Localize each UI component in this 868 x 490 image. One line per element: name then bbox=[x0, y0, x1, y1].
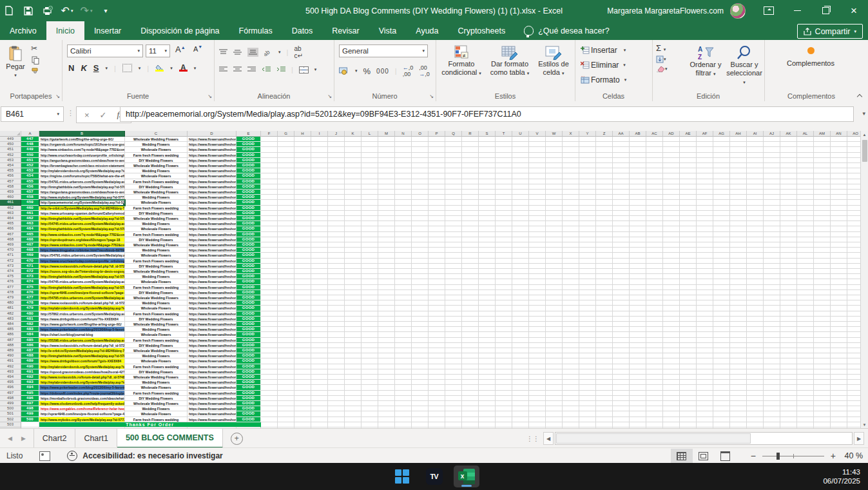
cell-A462[interactable]: 460 bbox=[21, 206, 39, 211]
cell-C459[interactable]: Wholesale Wedding Flowers bbox=[125, 190, 188, 195]
addins-button[interactable]: Complementos bbox=[780, 44, 842, 68]
sheet-nav-right-icon[interactable]: ▶ bbox=[21, 435, 26, 442]
cell-D476[interactable]: https://www.flowersandfreshones.. bbox=[188, 279, 236, 284]
cell-A499[interactable]: 497 bbox=[21, 401, 39, 406]
row-header-498[interactable]: 498 bbox=[0, 396, 21, 401]
cell-C456[interactable]: Wholesale Flowers bbox=[125, 173, 188, 179]
cell-E466[interactable]: GOOD bbox=[236, 226, 261, 231]
row-header-462[interactable]: 462 bbox=[0, 206, 21, 211]
column-header-B[interactable]: B bbox=[39, 131, 125, 137]
delete-cells-button[interactable]: Eliminar▾ bbox=[579, 58, 628, 72]
cell-A501[interactable]: 499 bbox=[21, 411, 39, 416]
cell-D450[interactable]: https://www.flowersandfreshones.. bbox=[188, 142, 236, 147]
cell-E468[interactable]: GOOD bbox=[236, 237, 261, 242]
insert-cells-button[interactable]: Insertar▾ bbox=[579, 43, 628, 57]
namebox-splitter[interactable]: ⋮ bbox=[67, 109, 74, 117]
cell-D484[interactable]: https://www.flowersandfreshones.. bbox=[188, 322, 236, 327]
decrease-indent-icon[interactable] bbox=[262, 66, 271, 73]
column-header-V[interactable]: V bbox=[529, 131, 546, 137]
new-file-icon[interactable] bbox=[4, 6, 14, 16]
cell-B462[interactable]: http://e-orbit.to/System/Media/play.asp?… bbox=[39, 206, 125, 211]
cell-B486[interactable]: https://sharl.isor/blog/journal-blog bbox=[39, 332, 125, 337]
column-header-F[interactable]: F bbox=[261, 131, 278, 137]
row-header-457[interactable]: 457 bbox=[0, 179, 21, 184]
cell-B499[interactable]: https://www.olsobmsnbsnb.com/help/freque… bbox=[39, 401, 125, 406]
row-header-455[interactable]: 455 bbox=[0, 168, 21, 173]
row-header-499[interactable]: 499 bbox=[0, 401, 21, 406]
row-header-488[interactable]: 488 bbox=[0, 343, 21, 348]
redo-icon[interactable]: ↷▾ bbox=[81, 6, 92, 16]
row-header-491[interactable]: 491 bbox=[0, 358, 21, 364]
row-header-478[interactable]: 478 bbox=[0, 290, 21, 295]
cell-A481[interactable]: 479 bbox=[21, 306, 39, 311]
cell-D499[interactable]: https://www.flowersandfreshones.. bbox=[188, 401, 236, 406]
cell-E458[interactable]: GOOD bbox=[236, 184, 261, 190]
column-header-C[interactable]: C bbox=[125, 131, 188, 137]
cell-D483[interactable]: https://www.flowersandfreshones.. bbox=[188, 317, 236, 322]
cell-E464[interactable]: GOOD bbox=[236, 216, 261, 221]
cell-A474[interactable]: 472 bbox=[21, 269, 39, 274]
cell-E451[interactable]: GOOD bbox=[236, 147, 261, 152]
column-header-U[interactable]: U bbox=[512, 131, 529, 137]
decrease-font-icon[interactable]: A▼ bbox=[193, 44, 202, 53]
cell-D498[interactable]: https://www.flowersandfreshones.. bbox=[188, 396, 236, 401]
align-middle-icon[interactable] bbox=[233, 49, 242, 55]
row-header-458[interactable]: 458 bbox=[0, 184, 21, 190]
cell-B494[interactable]: http://www.ioolassiobls.ro/forum-detail.… bbox=[39, 375, 125, 380]
cell-E471[interactable]: GOOD bbox=[236, 253, 261, 258]
ribbon-tab-insertar[interactable]: Insertar bbox=[84, 21, 131, 40]
cell-B488[interactable]: https://www.ioolassiobls.ro/forum-detail… bbox=[39, 343, 125, 348]
cell-C464[interactable]: Wholesale Wedding Flowers bbox=[125, 216, 188, 221]
cell-C474[interactable]: Wholesale Wedding Flowers bbox=[125, 269, 188, 274]
cell-E474[interactable]: GOOD bbox=[236, 269, 261, 274]
cell-D491[interactable]: https://www.flowersandfreshones.. bbox=[188, 358, 236, 364]
cell-styles-button[interactable]: Estilos de celda ▾ bbox=[534, 41, 574, 77]
cell-A497[interactable]: 495 bbox=[21, 391, 39, 396]
cell-C472[interactable]: Farm fresh Flowers wedding bbox=[125, 259, 188, 264]
ribbon-tab-cryptosheets[interactable]: Cryptosheets bbox=[448, 21, 516, 40]
row-header-465[interactable]: 465 bbox=[0, 221, 21, 226]
cell-C480[interactable]: Wedding Flowers bbox=[125, 300, 188, 306]
cell-C468[interactable]: DIY Wedding Flowers bbox=[125, 237, 188, 242]
alignment-dialog-launcher[interactable]: ↘ bbox=[327, 93, 332, 99]
orientation-menu[interactable]: ▾ bbox=[278, 50, 281, 55]
cell-C501[interactable]: Wholesale Flowers bbox=[125, 411, 188, 416]
cell-B467[interactable]: http://www.sinbaolos.com/?q-node/48&page… bbox=[39, 232, 125, 237]
column-header-AM[interactable]: AM bbox=[814, 131, 831, 137]
cell-B463[interactable]: https://www.urlosamp-spanien.de/forum/Ga… bbox=[39, 211, 125, 216]
excel-app-button[interactable]: x bbox=[454, 466, 479, 487]
italic-button[interactable]: K bbox=[81, 63, 86, 73]
cell-D472[interactable]: https://www.flowersandfreshones.. bbox=[188, 259, 236, 264]
cell-C502[interactable]: Farm fresh Flowers wedding bbox=[125, 417, 188, 422]
cell-B455[interactable]: http://mylabroiderobsrob.org/System/Medi… bbox=[39, 168, 125, 173]
cell-C471[interactable]: Wholesale Flowers bbox=[125, 253, 188, 258]
cell-C494[interactable]: Wholesale Wedding Flowers bbox=[125, 375, 188, 380]
row-header-470[interactable]: 470 bbox=[0, 248, 21, 253]
cell-C483[interactable]: DIY Wedding Flowers bbox=[125, 317, 188, 322]
row-header-471[interactable]: 471 bbox=[0, 253, 21, 258]
cell-A483[interactable]: 481 bbox=[21, 317, 39, 322]
cell-B490[interactable]: http://liningfaithbible.net/System/Media… bbox=[39, 353, 125, 358]
cell-C486[interactable]: Wholesale Flowers bbox=[125, 332, 188, 337]
column-header-AI[interactable]: AI bbox=[747, 131, 764, 137]
row-header-449[interactable]: 449 bbox=[0, 137, 21, 142]
cell-C462[interactable]: Farm fresh Flowers wedding bbox=[125, 206, 188, 211]
font-name-select[interactable]: Calibri▾ bbox=[67, 44, 143, 57]
cell-C482[interactable]: Farm fresh Flowers wedding bbox=[125, 311, 188, 317]
cell-A488[interactable]: 486 bbox=[21, 343, 39, 348]
cell-E449[interactable]: GOOD bbox=[236, 137, 261, 142]
undo-icon[interactable]: ↶▾ bbox=[62, 6, 72, 16]
cell-E473[interactable]: GOOD bbox=[236, 264, 261, 269]
fill-color-button[interactable] bbox=[155, 65, 164, 72]
cell-B487[interactable]: http://55298.rridos.urberons.com/System/… bbox=[39, 338, 125, 343]
cell-E482[interactable]: GOOD bbox=[236, 311, 261, 317]
tradingview-app-button[interactable]: TV bbox=[421, 466, 447, 487]
cell-A493[interactable]: 491 bbox=[21, 369, 39, 375]
cell-A491[interactable]: 489 bbox=[21, 358, 39, 364]
row-header-468[interactable]: 468 bbox=[0, 237, 21, 242]
cell-B454[interactable]: https://brownbagteacher.com/class-missio… bbox=[39, 163, 125, 168]
cell-D497[interactable]: https://www.flowersandfreshones.. bbox=[188, 391, 236, 396]
row-header-459[interactable]: 459 bbox=[0, 190, 21, 195]
cell-D501[interactable]: https://www.flowersandfreshones.. bbox=[188, 411, 236, 416]
cell-E462[interactable]: GOOD bbox=[236, 206, 261, 211]
